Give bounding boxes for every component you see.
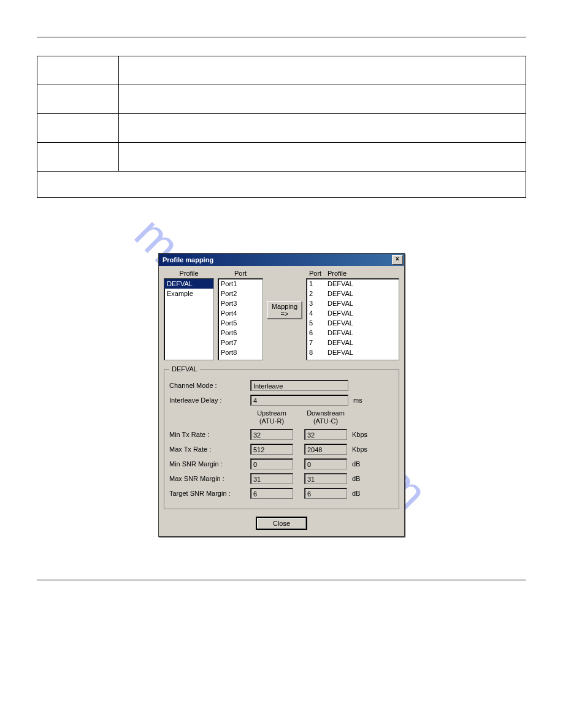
list-item[interactable]: Port7 [218,338,262,347]
table-row[interactable]: 2DEFVAL [307,289,399,298]
target-snr-down: 6 [304,488,347,499]
list-item[interactable]: Port2 [218,289,262,298]
list-item[interactable]: Port3 [218,298,262,308]
table-row[interactable]: 8DEFVAL [307,347,399,357]
min-snr-label: Min SNR Margin : [169,460,250,468]
target-snr-up: 6 [250,488,293,499]
profile-mapping-dialog: Profile mapping × Profile DEFVAL Example… [158,253,405,537]
interleave-delay-value: 4 [250,395,348,406]
min-tx-rate-label: Min Tx Rate : [169,431,250,438]
group-legend: DEFVAL [169,365,200,373]
list-item[interactable]: Port8 [218,347,262,357]
port-header: Port [234,270,247,277]
target-snr-label: Target SNR Margin : [169,490,250,497]
list-item[interactable]: Port6 [218,328,262,338]
map-profile-header: Profile [327,270,347,277]
profile-header: Profile [179,270,198,277]
max-tx-rate-down: 2048 [304,444,347,455]
downstream-header: Downstream (ATU-C) [304,409,347,425]
dialog-title: Profile mapping [163,256,213,264]
map-port-header: Port [309,270,327,277]
list-item[interactable]: Example [164,289,213,298]
min-snr-down: 0 [304,458,347,469]
interleave-delay-label: Interleave Delay : [169,396,250,404]
channel-mode-value: Interleave [250,380,348,391]
list-item[interactable]: Port4 [218,308,262,318]
unit-db: dB [352,460,360,468]
table-row[interactable]: 3DEFVAL [307,298,399,308]
page-bottom-rule [37,580,526,580]
empty-table [37,56,526,198]
port-list[interactable]: Port1 Port2 Port3 Port4 Port5 Port6 Port… [218,278,263,360]
dialog-close-icon[interactable]: × [392,255,403,265]
min-tx-rate-up: 32 [250,429,293,440]
mapping-button[interactable]: Mapping => [267,301,302,319]
max-snr-up: 31 [250,473,293,484]
unit-db: dB [352,475,360,482]
min-tx-rate-down: 32 [304,429,347,440]
min-snr-up: 0 [250,458,293,469]
unit-db: dB [352,490,360,497]
interleave-unit: ms [353,396,362,404]
profile-list[interactable]: DEFVAL Example [164,278,214,360]
unit-kbps: Kbps [352,431,367,438]
channel-mode-label: Channel Mode : [169,382,250,389]
list-item[interactable]: DEFVAL [164,279,213,289]
profile-details-group: DEFVAL Channel Mode : Interleave Interle… [164,365,399,509]
list-item[interactable]: Port5 [218,318,262,328]
table-row[interactable]: 6DEFVAL [307,328,399,338]
max-snr-label: Max SNR Margin : [169,475,250,482]
page-top-rule [37,37,526,37]
list-item[interactable]: Port1 [218,279,262,289]
dialog-titlebar: Profile mapping × [159,254,404,266]
unit-kbps: Kbps [352,446,367,453]
table-row[interactable]: 4DEFVAL [307,308,399,318]
upstream-header: Upstream (ATU-R) [250,409,293,425]
mapping-list[interactable]: 1DEFVAL 2DEFVAL 3DEFVAL 4DEFVAL 5DEFVAL … [306,278,399,360]
table-row[interactable]: 1DEFVAL [307,279,399,289]
max-snr-down: 31 [304,473,347,484]
table-row[interactable]: 7DEFVAL [307,338,399,347]
max-tx-rate-up: 512 [250,444,293,455]
close-button[interactable]: Close [256,517,307,530]
max-tx-rate-label: Max Tx Rate : [169,446,250,453]
table-row[interactable]: 5DEFVAL [307,318,399,328]
